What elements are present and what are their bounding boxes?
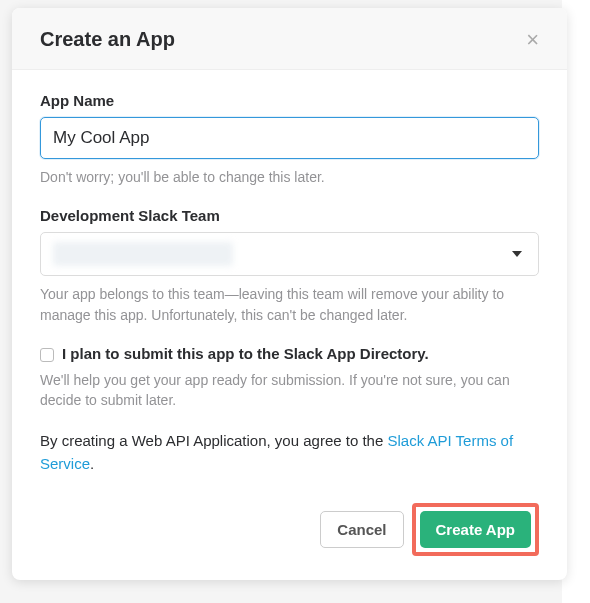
dev-team-label: Development Slack Team (40, 207, 539, 224)
cancel-button[interactable]: Cancel (320, 511, 403, 548)
app-name-label: App Name (40, 92, 539, 109)
app-name-helper: Don't worry; you'll be able to change th… (40, 167, 539, 187)
create-app-modal: Create an App × App Name Don't worry; yo… (12, 8, 567, 580)
terms-text: By creating a Web API Application, you a… (40, 430, 539, 475)
modal-body: App Name Don't worry; you'll be able to … (12, 70, 567, 485)
submit-directory-field: I plan to submit this app to the Slack A… (40, 345, 539, 411)
modal-header: Create an App × (12, 8, 567, 70)
dev-team-select[interactable] (40, 232, 539, 276)
dev-team-field: Development Slack Team Your app belongs … (40, 207, 539, 325)
submit-directory-row: I plan to submit this app to the Slack A… (40, 345, 539, 362)
modal-footer: Cancel Create App (12, 485, 567, 580)
terms-prefix: By creating a Web API Application, you a… (40, 432, 387, 449)
terms-suffix: . (90, 455, 94, 472)
create-button-highlight: Create App (412, 503, 539, 556)
dev-team-helper: Your app belongs to this team—leaving th… (40, 284, 539, 325)
dev-team-value-redacted (53, 242, 233, 266)
app-name-field: App Name Don't worry; you'll be able to … (40, 92, 539, 187)
create-app-button[interactable]: Create App (420, 511, 531, 548)
modal-title: Create an App (40, 28, 175, 51)
submit-directory-helper: We'll help you get your app ready for su… (40, 370, 539, 411)
submit-directory-checkbox[interactable] (40, 348, 54, 362)
app-name-input[interactable] (40, 117, 539, 159)
chevron-down-icon (512, 251, 522, 257)
close-icon[interactable]: × (526, 29, 539, 51)
submit-directory-label: I plan to submit this app to the Slack A… (62, 345, 429, 362)
